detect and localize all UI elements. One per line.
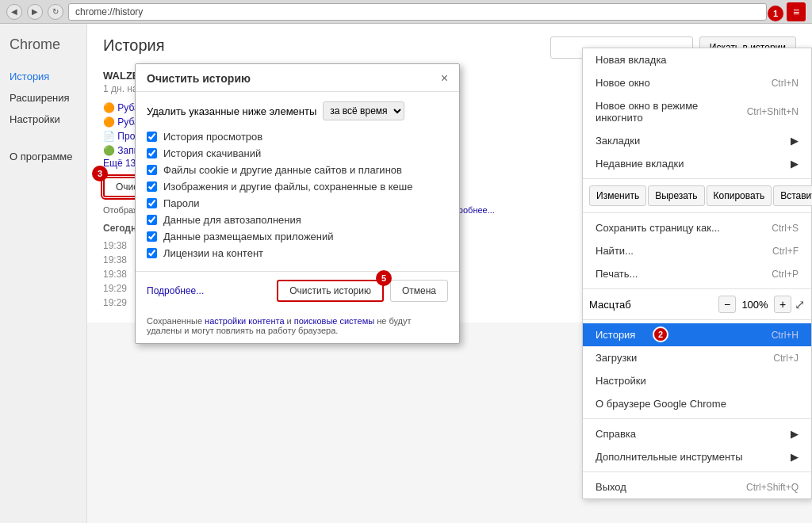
dialog-title: Очистить историю [147, 72, 251, 85]
period-row: Удалить указанные ниже элементы за всё в… [147, 101, 448, 120]
checkbox-cookies-input[interactable] [147, 165, 157, 175]
forward-button[interactable]: ▶ [27, 4, 43, 20]
menu-separator [583, 212, 811, 213]
checkbox-hosted-apps: Данные размещаемых приложений [147, 228, 448, 245]
reload-button[interactable]: ↻ [48, 4, 63, 20]
dialog-body: Удалить указанные ниже элементы за всё в… [136, 92, 459, 271]
menu-item-exit[interactable]: Выход Ctrl+Shift+Q [583, 475, 811, 498]
dialog-buttons: Очистить историю 5 Отмена [277, 280, 448, 302]
zoom-in-button[interactable]: + [774, 296, 791, 313]
menu-item-new-window[interactable]: Новое окно Ctrl+N [583, 71, 811, 94]
step-5-badge: 5 [376, 270, 392, 286]
content-settings-link[interactable]: настройки контента [205, 316, 284, 326]
dialog-footer: Подробнее... Очистить историю 5 Отмена [136, 271, 459, 310]
page-title: История [103, 36, 165, 55]
zoom-row: Масцтаб − 100% + ⤢ [583, 292, 811, 316]
confirm-clear-button[interactable]: Очистить историю [277, 280, 384, 302]
edit-btn-copy[interactable]: Копировать [707, 185, 772, 206]
menu-separator [583, 471, 811, 472]
checkbox-browse-history: История просмотров [147, 128, 448, 145]
checkbox-licenses-input[interactable] [147, 248, 157, 258]
address-bar[interactable]: chrome://history [68, 3, 767, 21]
menu-item-history[interactable]: История Ctrl+H [583, 323, 811, 346]
menu-edit-row: Изменить Вырезать Копировать Вставить [583, 182, 811, 209]
app-brand: Chrome [0, 33, 86, 66]
menu-item-settings[interactable]: Настройки [583, 369, 811, 392]
sidebar-item-history[interactable]: История [0, 66, 86, 87]
zoom-expand-icon[interactable]: ⤢ [795, 297, 805, 312]
menu-item-recent-tabs[interactable]: Недавние вкладки ▶ [583, 152, 811, 175]
menu-item-bookmarks[interactable]: Закладки ▶ [583, 129, 811, 152]
checkbox-autofill: Данные для автозаполнения [147, 212, 448, 228]
dialog-close-button[interactable]: × [441, 72, 448, 85]
menu-item-downloads[interactable]: Загрузки Ctrl+J [583, 346, 811, 369]
menu-separator [583, 288, 811, 289]
checkbox-cache-input[interactable] [147, 181, 157, 192]
chrome-menu: Новая вкладка Новое окно Ctrl+N Новое ок… [582, 48, 812, 499]
menu-item-find[interactable]: Найти... Ctrl+F [583, 239, 811, 262]
menu-item-print[interactable]: Печать... Ctrl+P [583, 262, 811, 285]
address-text: chrome://history [75, 6, 143, 17]
checkbox-cache: Изображения и другие файлы, сохраненные … [147, 178, 448, 195]
checkbox-download-history-input[interactable] [147, 148, 157, 158]
sidebar-item-settings[interactable]: Настройки [0, 109, 86, 130]
step-3-badge: 3 [92, 166, 108, 181]
edit-btn-paste[interactable]: Вставить [773, 185, 812, 206]
step-2-badge: 2 [653, 326, 668, 342]
edit-btn-cut[interactable]: Вырезать [648, 185, 704, 206]
dialog-header: Очистить историю × [136, 64, 459, 92]
cancel-button[interactable]: Отмена [390, 280, 448, 302]
menu-item-save-page[interactable]: Сохранить страницу как... Ctrl+S [583, 216, 811, 239]
period-select[interactable]: за всё время [323, 101, 404, 120]
zoom-out-button[interactable]: − [718, 296, 736, 313]
step-1-badge: 1 [768, 6, 783, 21]
checkbox-passwords: Пароли [147, 195, 448, 212]
menu-item-incognito[interactable]: Новое окно в режиме инкогнито Ctrl+Shift… [583, 94, 811, 129]
checkbox-download-history: История скачиваний [147, 145, 448, 162]
search-engines-link[interactable]: поисковые системы [294, 316, 374, 326]
dialog-more-link[interactable]: Подробнее... [147, 285, 204, 296]
menu-item-about-chrome[interactable]: О браузере Google Chrome [583, 392, 811, 415]
menu-separator [583, 319, 811, 320]
checkbox-autofill-input[interactable] [147, 215, 157, 225]
clear-history-dialog: Очистить историю × Удалить указанные ниж… [135, 63, 460, 344]
sidebar-item-extensions[interactable]: Расширения [0, 87, 86, 109]
delete-label: Удалить указанные ниже элементы [147, 105, 316, 117]
checkbox-browse-history-input[interactable] [147, 132, 157, 142]
menu-item-more-tools[interactable]: Дополнительные инструменты ▶ [583, 445, 811, 468]
main-layout: Chrome История Расширения Настройки О пр… [0, 24, 812, 523]
checkbox-cookies: Файлы cookie и другие данные сайтов и пл… [147, 162, 448, 178]
menu-separator [583, 178, 811, 179]
menu-separator [583, 418, 811, 419]
sidebar: Chrome История Расширения Настройки О пр… [0, 24, 87, 523]
checkbox-hosted-apps-input[interactable] [147, 231, 157, 242]
back-button[interactable]: ◀ [6, 4, 22, 20]
checkbox-passwords-input[interactable] [147, 198, 157, 208]
menu-icon: ≡ [793, 6, 799, 18]
checkbox-licenses: Лицензии на контент [147, 245, 448, 262]
chrome-menu-button[interactable]: ≡ [787, 2, 806, 21]
dialog-note: Сохраненные настройки контента и поисков… [136, 310, 459, 343]
sidebar-item-about[interactable]: О программе [0, 146, 86, 167]
menu-item-new-tab[interactable]: Новая вкладка [583, 48, 811, 71]
edit-btn-change[interactable]: Изменить [589, 185, 646, 206]
browser-toolbar: ◀ ▶ ↻ chrome://history ☆ ≡ 1 [0, 0, 812, 24]
menu-item-help[interactable]: Справка ▶ [583, 422, 811, 445]
